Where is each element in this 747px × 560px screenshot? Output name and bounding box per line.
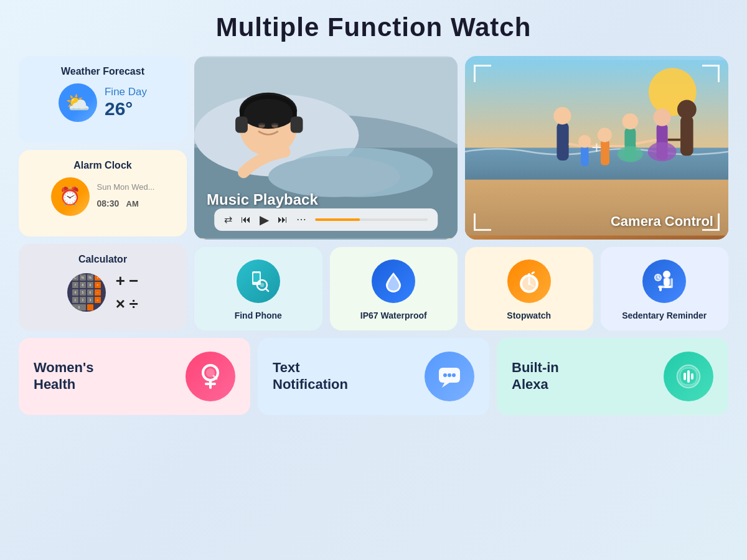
shuffle-button[interactable]: ⇄	[224, 213, 232, 225]
womens-health-label: Women'sHealth	[34, 360, 174, 393]
svg-point-17	[677, 100, 697, 119]
weather-title: Weather Forecast	[30, 66, 176, 77]
weather-temperature: 26°	[105, 98, 147, 119]
calc-symbols: + − × ÷	[113, 271, 138, 314]
weather-icon: ⛅	[59, 83, 97, 122]
svg-point-22	[618, 146, 643, 162]
features-row: Find Phone IP67 Waterproof	[194, 247, 728, 330]
main-grid: Weather Forecast ⛅ Fine Day 26° Alarm Cl…	[19, 56, 728, 415]
page-title: Multiple Function Watch	[216, 12, 532, 42]
left-column: Weather Forecast ⛅ Fine Day 26° Alarm Cl…	[19, 56, 187, 330]
svg-rect-24	[601, 140, 609, 166]
alexa-label: Built-inAlexa	[512, 360, 652, 393]
weather-content: ⛅ Fine Day 26°	[30, 83, 176, 122]
progress-fill	[315, 218, 360, 221]
svg-rect-7	[235, 116, 248, 133]
camera-card: + Camera Control	[465, 56, 728, 240]
alarm-icon: ⏰	[51, 177, 90, 216]
text-notification-label: TextNotification	[273, 360, 413, 393]
find-phone-card: Find Phone	[194, 247, 322, 330]
stopwatch-card: Stopwatch	[465, 247, 593, 330]
alexa-card: Built-inAlexa	[497, 338, 728, 415]
waterproof-card: IP67 Waterproof	[330, 247, 458, 330]
svg-point-19	[648, 142, 677, 161]
calculator-content: C % % + 7 8 9 ×	[30, 271, 176, 314]
alarm-period: AM	[126, 199, 139, 208]
music-label: Music Playback	[207, 191, 318, 208]
svg-rect-56	[664, 286, 670, 288]
text-notification-card: TextNotification	[258, 338, 489, 415]
camera-corner-tr	[702, 65, 720, 82]
camera-corner-bl	[474, 213, 491, 231]
alarm-card: Alarm Clock ⏰ Sun Mon Wed... 08:30 AM	[19, 150, 187, 236]
svg-point-52	[663, 271, 670, 278]
sedentary-label: Sedentary Reminder	[622, 310, 707, 320]
next-button[interactable]: ⏭	[278, 214, 288, 225]
alarm-content: ⏰ Sun Mon Wed... 08:30 AM	[30, 177, 176, 216]
alexa-info: Built-inAlexa	[512, 360, 652, 393]
svg-line-38	[265, 288, 268, 291]
prev-button[interactable]: ⏮	[241, 214, 251, 225]
weather-info: Fine Day 26°	[105, 86, 147, 119]
svg-point-70	[452, 373, 456, 377]
svg-point-39	[260, 282, 264, 287]
music-card: Music Playback ⇄ ⏮ ▶ ⏭ ⋯	[194, 56, 458, 240]
alarm-info: Sun Mon Wed... 08:30 AM	[97, 182, 155, 211]
svg-rect-44	[531, 271, 535, 274]
text-notification-icon	[425, 352, 474, 401]
svg-point-23	[622, 113, 639, 129]
weather-card: Weather Forecast ⛅ Fine Day 26°	[19, 56, 187, 142]
svg-point-47	[528, 282, 530, 285]
alarm-time-value: 08:30	[97, 198, 120, 208]
svg-rect-57	[670, 278, 673, 288]
calculator-icon: C % % + 7 8 9 ×	[67, 273, 106, 312]
alexa-icon	[664, 352, 713, 401]
svg-rect-71	[684, 373, 686, 380]
calculator-title: Calculator	[30, 254, 176, 265]
svg-rect-28	[557, 122, 568, 161]
progress-bar	[315, 218, 428, 221]
womens-health-info: Women'sHealth	[34, 360, 174, 393]
stopwatch-icon	[507, 259, 551, 303]
svg-point-29	[553, 107, 571, 124]
svg-rect-26	[581, 146, 589, 166]
svg-rect-53	[664, 278, 670, 286]
womens-health-icon	[186, 352, 235, 401]
sedentary-card: Sedentary Reminder	[601, 247, 729, 330]
womens-health-card: Women'sHealth	[19, 338, 250, 415]
sedentary-icon	[642, 259, 686, 303]
waterproof-label: IP67 Waterproof	[360, 310, 427, 320]
svg-point-69	[448, 373, 451, 377]
find-phone-label: Find Phone	[235, 310, 282, 320]
weather-description: Fine Day	[105, 86, 147, 98]
svg-rect-8	[291, 116, 303, 133]
svg-point-20	[654, 109, 671, 126]
bottom-row: Women'sHealth TextNotification	[19, 338, 728, 415]
svg-rect-72	[687, 370, 690, 383]
alarm-time: 08:30 AM	[97, 192, 155, 211]
find-phone-icon	[237, 259, 280, 303]
svg-rect-16	[680, 116, 693, 156]
waterproof-icon	[372, 259, 415, 303]
camera-corner-tl	[474, 65, 491, 82]
text-notification-info: TextNotification	[273, 360, 413, 393]
camera-crosshair: +	[591, 138, 601, 157]
more-button[interactable]: ⋯	[296, 213, 306, 225]
camera-label: Camera Control	[611, 213, 713, 230]
calculator-card: Calculator C % % + 7	[19, 244, 187, 330]
stopwatch-label: Stopwatch	[507, 310, 551, 320]
alarm-days: Sun Mon Wed...	[97, 182, 155, 192]
music-controls: ⇄ ⏮ ▶ ⏭ ⋯	[214, 208, 438, 231]
svg-rect-55	[659, 286, 662, 291]
svg-point-68	[443, 373, 447, 377]
play-button[interactable]: ▶	[260, 212, 269, 227]
svg-rect-73	[691, 373, 693, 380]
alarm-title: Alarm Clock	[30, 160, 176, 171]
